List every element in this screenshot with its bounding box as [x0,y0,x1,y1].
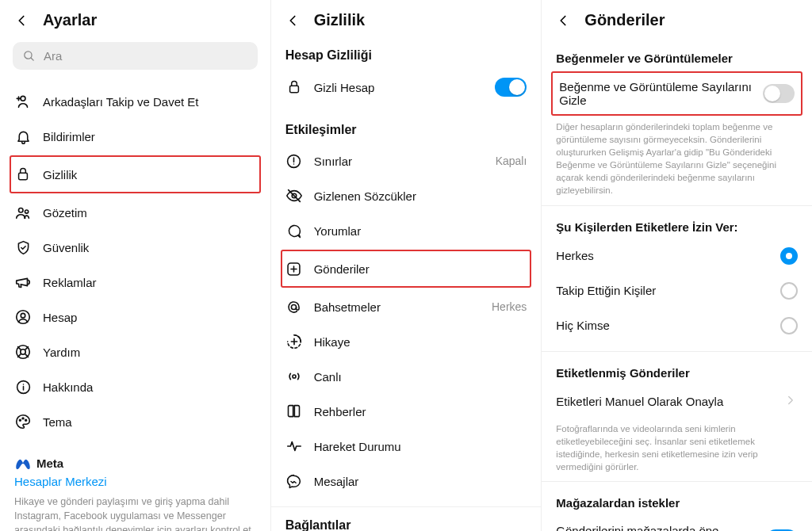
story-icon [285,333,303,350]
section-interactions: Etkileşimler [285,123,527,137]
settings-item-theme[interactable]: Tema [11,404,259,439]
shops-label: Gönderilerini mağazalarda öne çıkarmak i… [556,523,756,531]
item-label: Gizlenen Sözcükler [314,189,527,203]
divider [271,506,542,507]
messenger-icon [285,472,303,490]
hide-counts-toggle[interactable] [763,84,795,103]
shops-row[interactable]: Gönderilerini mağazalarda öne çıkarmak i… [553,514,801,531]
item-label: Hesap [43,311,256,324]
privacy-item-comments[interactable]: Yorumlar [282,213,530,248]
privacy-item-mentions[interactable]: Bahsetmeler Herkes [282,289,530,324]
footer-description: Hikaye ve gönderi paylaşımı ve giriş yap… [11,491,259,531]
settings-item-privacy[interactable]: Gizlilik [11,157,259,192]
comment-icon [285,222,303,239]
privacy-item-hidden-words[interactable]: Gizlenen Sözcükler [282,178,530,213]
svg-point-12 [25,419,27,421]
privacy-item-story[interactable]: Hikaye [282,324,530,359]
search-input[interactable]: Ara [13,42,258,70]
privacy-item-live[interactable]: Canlı [282,359,530,394]
item-label: Hareket Durumu [314,440,527,453]
settings-item-account[interactable]: Hesap [11,300,259,334]
svg-point-18 [293,375,296,378]
private-account-row[interactable]: Gizli Hesap [282,69,530,105]
item-trail: Herkes [492,300,527,313]
tag-option-noone[interactable]: Hiç Kimse [553,308,801,343]
radio-unselected[interactable] [780,282,798,300]
privacy-item-posts[interactable]: Gönderiler [282,251,530,286]
privacy-item-messages[interactable]: Mesajlar [282,464,530,499]
bell-icon [14,128,32,145]
svg-rect-13 [289,86,298,92]
radio-selected[interactable] [780,247,798,265]
at-icon [285,298,303,315]
item-label: Hakkında [43,380,256,394]
settings-item-help[interactable]: Yardım [11,334,259,369]
settings-item-security[interactable]: Güvenlik [11,230,259,265]
item-label: Canlı [314,370,527,384]
plus-square-icon [285,260,303,277]
svg-rect-2 [19,173,28,179]
back-button[interactable] [554,12,572,29]
lock-icon [14,166,32,183]
back-button[interactable] [13,12,30,29]
hide-counts-label: Beğenme ve Görüntüleme Sayılarını Gizle [559,80,753,107]
settings-item-ads[interactable]: Reklamlar [11,265,259,300]
lifebuoy-icon [14,343,32,361]
hide-counts-description: Diğer hesapların gönderilerindeki toplam… [553,117,801,197]
svg-point-17 [292,304,297,309]
section-tagged-posts: Etiketlenmiş Gönderiler [553,361,801,384]
hide-counts-row[interactable]: Beğenme ve Görüntüleme Sayılarını Gizle [553,73,801,114]
svg-point-4 [25,210,28,213]
option-label: Takip Ettiğin Kişiler [556,284,771,297]
alert-circle-icon [285,152,303,170]
option-label: Hiç Kimse [556,319,771,332]
chevron-right-icon [783,393,798,411]
item-label: Bahsetmeler [314,300,481,314]
item-label: Gözetim [43,206,256,220]
highlighted-privacy: Gizlilik [10,155,261,193]
settings-item-about[interactable]: Hakkında [11,369,259,404]
tag-option-everyone[interactable]: Herkes [553,239,801,273]
manual-approve-row[interactable]: Etiketleri Manuel Olarak Onayla [553,384,801,419]
meta-icon [14,458,32,469]
svg-point-1 [21,96,25,101]
item-label: Yorumlar [314,224,527,238]
item-trail: Kapalı [496,155,527,167]
add-user-icon [14,93,32,110]
search-placeholder: Ara [44,49,62,63]
page-title: Gizlilik [314,11,365,29]
private-account-toggle[interactable] [495,78,527,97]
megaphone-icon [14,273,32,291]
item-label: Reklamlar [43,276,256,289]
page-title: Ayarlar [43,11,97,29]
palette-icon [14,413,32,430]
lock-icon [285,78,303,96]
accounts-center-link[interactable]: Hesaplar Merkezi [11,470,259,491]
tag-option-following[interactable]: Takip Ettiğin Kişiler [553,273,801,308]
item-label: Güvenlik [43,241,256,254]
section-connections: Bağlantılar [285,518,527,531]
back-button[interactable] [284,12,301,29]
item-label: Bildirimler [43,130,256,143]
settings-item-supervision[interactable]: Gözetim [11,195,259,230]
user-circle-icon [14,308,32,326]
privacy-item-guides[interactable]: Rehberler [282,394,530,429]
radio-unselected[interactable] [780,317,798,334]
eye-off-icon [285,187,303,204]
item-label: Gönderiler [314,262,527,276]
item-label: Gizlilik [43,168,256,181]
option-label: Herkes [556,249,771,262]
privacy-item-limits[interactable]: Sınırlar Kapalı [282,143,530,178]
activity-icon [285,437,303,455]
highlighted-hide-counts: Beğenme ve Görüntüleme Sayılarını Gizle [551,71,802,116]
item-label: Tema [43,415,256,429]
highlighted-posts: Gönderiler [281,250,532,288]
section-shop-requests: Mağazalardan istekler [553,491,801,514]
manual-approve-label: Etiketleri Manuel Olarak Onayla [556,395,774,408]
settings-item-invite[interactable]: Arkadaşları Takip ve Davet Et [11,84,259,119]
people-icon [14,204,32,221]
privacy-item-activity[interactable]: Hareket Durumu [282,429,530,464]
settings-item-notifications[interactable]: Bildirimler [11,119,259,154]
section-likes-views: Beğenmeler ve Görüntülemeler [553,47,801,70]
section-allow-tags: Şu Kişilerden Etiketlere İzin Ver: [553,216,801,239]
